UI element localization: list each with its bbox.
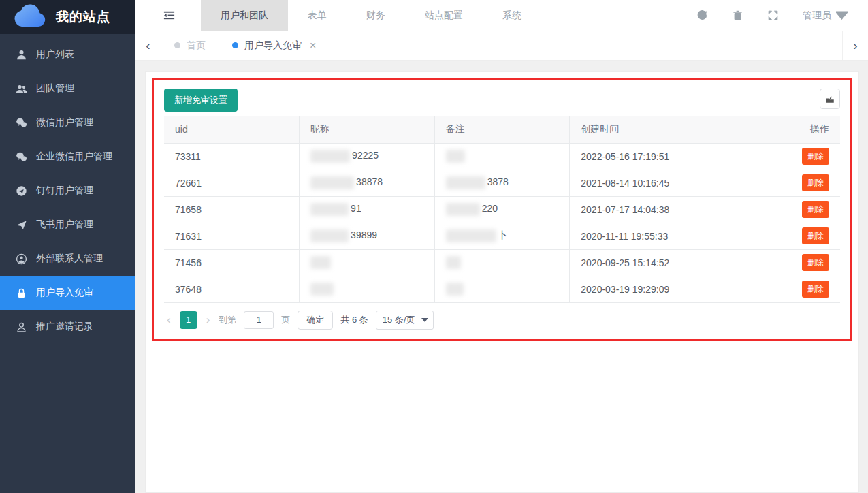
feishu-icon <box>16 219 27 231</box>
redacted-blur <box>310 203 349 216</box>
redacted-blur <box>446 150 465 163</box>
refresh-icon[interactable] <box>696 10 708 21</box>
cell-nickname <box>300 276 435 302</box>
cell-actions: 删除 <box>705 223 840 249</box>
tab-label: 用户导入免审 <box>244 39 302 52</box>
top-actions: 管理员 <box>696 0 868 31</box>
cell-uid: 71631 <box>164 223 300 249</box>
user-icon <box>16 49 27 61</box>
redacted-blur <box>310 256 331 269</box>
sidebar-item-user-list[interactable]: 用户列表 <box>0 37 135 71</box>
cell-uid: 71658 <box>164 196 300 223</box>
page-size-select[interactable]: 15 条/页 <box>376 311 434 330</box>
dingtalk-icon <box>16 185 27 197</box>
export-button[interactable] <box>820 89 840 109</box>
sidebar-collapse-icon[interactable] <box>163 0 176 31</box>
cell-created: 2020-11-11 19:55:33 <box>570 223 705 249</box>
sidebar-item-label: 推广邀请记录 <box>36 321 93 333</box>
site-logo[interactable]: 我的站点 <box>0 0 135 34</box>
page-tab-bar: ‹ 首页 用户导入免审 × › <box>135 31 868 61</box>
delete-button[interactable]: 删除 <box>802 148 829 165</box>
delete-button[interactable]: 删除 <box>802 174 829 191</box>
sidebar-item-label: 用户导入免审 <box>36 287 93 299</box>
redacted-blur <box>310 150 350 163</box>
top-nav-system[interactable]: 系统 <box>483 0 541 31</box>
goto-page-input[interactable] <box>244 311 274 329</box>
top-nav-finance[interactable]: 财务 <box>347 0 405 31</box>
delete-button[interactable]: 删除 <box>802 281 829 298</box>
confirm-button[interactable]: 确定 <box>298 311 333 330</box>
sidebar-item-label: 外部联系人管理 <box>36 253 103 265</box>
cell-remark: 卜 <box>434 223 570 249</box>
top-nav-forms[interactable]: 表单 <box>288 0 347 31</box>
app-window: 我的站点 用户列表 团队管理 微信用户管理 <box>0 0 868 493</box>
table-row: 73311 92225 2022-05-16 17:19:51 删除 <box>164 143 840 170</box>
page-number-button[interactable]: 1 <box>180 311 197 329</box>
page-next-icon[interactable]: › <box>205 313 212 327</box>
sidebar-item-label: 用户列表 <box>36 48 74 61</box>
sidebar: 我的站点 用户列表 团队管理 微信用户管理 <box>0 0 135 493</box>
tab-user-import-exempt[interactable]: 用户导入免审 × <box>219 31 329 60</box>
redacted-blur <box>446 229 496 242</box>
delete-button[interactable]: 删除 <box>802 254 829 271</box>
trash-icon[interactable] <box>732 10 743 21</box>
cell-nickname: 38878 <box>300 170 435 196</box>
cell-remark: 220 <box>434 196 570 223</box>
main-area: 用户和团队 表单 财务 站点配置 系统 管理员 <box>135 0 868 493</box>
external-contact-icon <box>16 253 27 265</box>
redacted-blur <box>310 283 334 296</box>
top-nav-users-teams[interactable]: 用户和团队 <box>201 0 288 31</box>
tab-dot-active <box>232 42 238 48</box>
sidebar-item-team-management[interactable]: 团队管理 <box>0 71 135 106</box>
goto-page-label: 到第 <box>219 314 236 326</box>
sidebar-item-dingtalk-users[interactable]: 钉钉用户管理 <box>0 174 135 208</box>
cell-created: 2020-03-19 19:29:09 <box>570 276 705 302</box>
cell-created: 2022-05-16 17:19:51 <box>570 143 705 170</box>
table-row: 37648 2020-03-19 19:29:09 删除 <box>164 276 840 302</box>
tab-label: 首页 <box>187 39 206 52</box>
redacted-blur <box>446 283 464 296</box>
delete-button[interactable]: 删除 <box>802 227 829 244</box>
sidebar-item-label: 钉钉用户管理 <box>36 185 93 197</box>
content-card: 新增免审设置 uid 昵称 备注 创建时间 操作 <box>145 71 859 493</box>
redacted-blur <box>310 229 349 242</box>
sidebar-item-wechat-users[interactable]: 微信用户管理 <box>0 106 135 140</box>
tab-home[interactable]: 首页 <box>161 31 219 60</box>
add-exempt-setting-button[interactable]: 新增免审设置 <box>164 89 238 112</box>
cell-actions: 删除 <box>705 276 840 302</box>
cell-uid: 73311 <box>164 143 300 170</box>
tabs-scroll-left-icon[interactable]: ‹ <box>135 31 161 60</box>
cell-nickname <box>300 249 435 276</box>
redacted-blur <box>310 176 354 189</box>
cell-nickname: 92225 <box>300 143 435 170</box>
cell-remark <box>434 143 570 170</box>
sidebar-item-external-contacts[interactable]: 外部联系人管理 <box>0 242 135 276</box>
page-prev-icon[interactable]: ‹ <box>165 313 172 327</box>
sidebar-menu: 用户列表 团队管理 微信用户管理 企业微信用户管理 <box>0 34 135 344</box>
export-icon <box>824 93 835 104</box>
top-nav-site-config[interactable]: 站点配置 <box>405 0 483 31</box>
sidebar-item-label: 微信用户管理 <box>36 116 93 129</box>
delete-button[interactable]: 删除 <box>802 201 829 218</box>
sidebar-item-promo-invite-records[interactable]: 推广邀请记录 <box>0 310 135 344</box>
fullscreen-icon[interactable] <box>767 10 779 21</box>
admin-user-menu[interactable]: 管理员 <box>803 10 848 22</box>
sidebar-item-wechat-work-users[interactable]: 企业微信用户管理 <box>0 140 135 174</box>
page-size-select-wrap: 15 条/页 <box>376 311 434 330</box>
invite-record-icon <box>16 321 27 333</box>
tabs-scroll-right-icon[interactable]: › <box>842 31 868 60</box>
sidebar-item-feishu-users[interactable]: 飞书用户管理 <box>0 208 135 242</box>
redacted-blur <box>446 176 485 189</box>
import-lock-icon <box>16 287 27 299</box>
site-name: 我的站点 <box>56 8 110 26</box>
wechat-work-icon <box>16 151 27 163</box>
cell-created: 2021-08-14 10:16:45 <box>570 170 705 196</box>
sidebar-item-user-import-exempt[interactable]: 用户导入免审 <box>0 276 135 310</box>
cell-uid: 72661 <box>164 170 300 196</box>
sidebar-item-label: 团队管理 <box>36 82 74 95</box>
table-header-row: uid 昵称 备注 创建时间 操作 <box>164 116 840 143</box>
cell-actions: 删除 <box>705 196 840 223</box>
cloud-logo-icon <box>12 4 48 30</box>
cell-nickname: 39899 <box>300 223 435 249</box>
tab-close-icon[interactable]: × <box>310 40 316 51</box>
